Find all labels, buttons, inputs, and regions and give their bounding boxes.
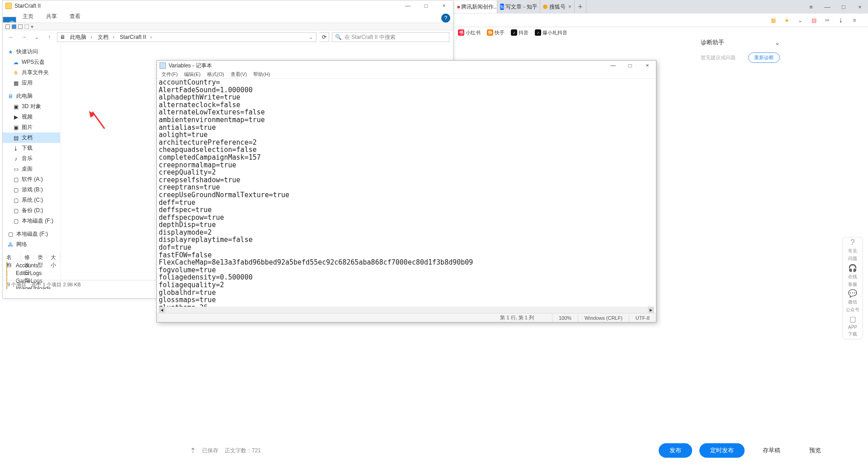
col-type[interactable]: 类型 [34,252,47,261]
support-button[interactable]: 🎧在线客服 [843,263,862,288]
apps-icon: ▦ [13,80,19,86]
nav-shared[interactable]: ⋔共享文件夹 [3,67,60,78]
browser-maximize-icon[interactable]: □ [835,0,852,14]
bookmark-xiaohongshu[interactable]: 书小红书 [458,29,481,36]
crumb-documents[interactable]: 文档 [95,33,117,41]
publish-button[interactable]: 发布 [659,443,692,458]
qa-item[interactable] [24,24,29,29]
headset-icon: 🎧 [848,264,857,272]
explorer-close-icon[interactable]: × [435,0,453,11]
col-size[interactable]: 大小 [47,252,60,261]
help-icon[interactable]: ? [441,14,450,23]
notepad-close-icon[interactable]: × [639,61,656,71]
col-date[interactable]: 修改日期 [21,252,34,261]
nav-item[interactable]: ⭳下载 [3,143,60,153]
ext-grid-icon[interactable]: ▦ [769,17,777,24]
browser-tab-zhihu[interactable]: 知写文章 - 知乎× [497,0,540,13]
nav-item[interactable]: ♪音乐 [3,153,60,164]
browser-tab-tencent[interactable]: ■腾讯新闻创作...× [454,0,497,13]
col-name[interactable]: 名称 [3,252,21,261]
refresh-icon[interactable]: ⟳ [319,32,329,42]
favorite-star-icon[interactable]: ★ [783,17,790,24]
nav-back-icon[interactable]: ← [6,32,16,42]
nav-wps[interactable]: ☁WPS云盘 [3,57,60,67]
explorer-titlebar[interactable]: StarCraft II — □ × [3,0,453,11]
scroll-right-icon[interactable]: ▸ [648,307,654,313]
crumb-drop-icon[interactable]: ⌄ [306,34,316,40]
nav-item[interactable]: ▣3D 对象 [3,101,60,112]
nav-quickaccess[interactable]: ★快速访问 [3,47,60,57]
download-icon[interactable]: ⭳ [837,17,844,24]
nav-item[interactable]: ▢系统 (C:) [3,195,60,205]
nav-item[interactable]: ▢软件 (A:) [3,174,60,185]
notepad-minimize-icon[interactable]: — [604,61,622,71]
preview-button[interactable]: 预览 [798,443,832,458]
nav-item[interactable]: ▤文档 [3,133,60,143]
chevron-down-icon[interactable]: ⌄ [775,39,780,46]
ribbon-view[interactable]: 查看 [63,10,87,23]
nav-apps[interactable]: ▦应用 [3,78,60,88]
nav-item[interactable]: ▢备份 (D:) [3,205,60,216]
chevron-down-icon[interactable]: ⌄ [797,17,804,24]
schedule-button[interactable]: 定时发布 [699,443,745,458]
nav-item[interactable]: ▶视频 [3,112,60,122]
ribbon-file[interactable]: 文件 [3,17,16,23]
menu-format[interactable]: 格式(O) [204,71,227,78]
scroll-top-icon[interactable]: ⇡ [190,446,196,455]
nav-forward-icon[interactable]: → [19,32,29,42]
explorer-maximize-icon[interactable]: □ [417,0,435,11]
bookmark-kuaishou[interactable]: 快快手 [487,29,505,36]
crumb-thispc[interactable]: 此电脑 [67,33,95,41]
file-name: Accounts [16,262,38,269]
menu-view[interactable]: 查看(V) [228,71,250,78]
hamburger-icon[interactable]: ≡ [851,17,858,24]
crumb-starcraft[interactable]: StarCraft II [117,34,155,40]
menu-edit[interactable]: 编辑(E) [181,71,203,78]
nav-item[interactable]: ▭桌面 [3,164,60,174]
bookmark-douyin2[interactable]: ♪爆小礼抖音 [535,29,567,36]
qa-item[interactable] [18,24,23,29]
nav-drive-f[interactable]: ▢本地磁盘 (F:) [3,229,60,239]
notepad-hscroll[interactable]: ◂ ▸ [159,307,654,313]
bookmark-douyin[interactable]: ♪抖音 [511,29,528,36]
nav-item[interactable]: ▢本地磁盘 (F:) [3,216,60,226]
menu-file[interactable]: 文件(F) [159,71,180,78]
nav-thispc[interactable]: 🖥此电脑 [3,91,60,101]
nav-item-icon: ▣ [13,104,19,110]
notepad-textarea[interactable]: accountCountry= AlertFadeSound=1.000000 … [159,79,654,313]
qa-drop-icon[interactable]: ▾ [31,24,33,30]
browser-minimize-icon[interactable]: — [819,0,835,14]
app-download-button[interactable]: ▢APP下载 [843,313,862,339]
browser-menu-icon[interactable]: ≡ [803,0,819,14]
nav-network[interactable]: 🖧网络 [3,239,60,250]
faq-button[interactable]: ?常见问题 [843,237,862,263]
explorer-minimize-icon[interactable]: — [399,0,417,11]
notepad-maximize-icon[interactable]: □ [622,61,639,71]
ribbon-home[interactable]: 主页 [16,10,40,23]
scissors-icon[interactable]: ✂ [824,17,831,24]
diag-empty-text: 暂无建议或问题 [701,54,736,61]
qa-item[interactable] [12,24,16,29]
breadcrumb[interactable]: 🖥 此电脑 文档 StarCraft II ⌄ [57,32,316,42]
menu-help[interactable]: 帮助(H) [250,71,273,78]
nav-item[interactable]: ▣图片 [3,122,60,133]
apps-icon[interactable]: ▤ [810,17,817,24]
file-row[interactable]: EditorLogs [3,269,60,277]
explorer-search-input[interactable]: 🔍在 StarCraft II 中搜索 [332,32,449,42]
nav-up-icon[interactable]: ↑ [44,32,54,42]
browser-tab-sohu[interactable]: 搜狐号× [540,0,575,13]
wechat-button[interactable]: 💬微信公众号 [843,288,862,313]
tab-favicon: ■ [457,4,460,9]
wordcount-label: 正文字数：721 [225,447,261,455]
notepad-titlebar[interactable]: Variables - 记事本 — □ × [157,61,656,71]
chevron-down-icon[interactable]: ⌄ [32,32,42,42]
rediagnose-button[interactable]: 重新诊断 [748,52,780,63]
qa-item[interactable] [5,24,10,29]
tab-close-icon[interactable]: × [568,4,571,10]
draft-button[interactable]: 存草稿 [752,443,791,458]
scroll-left-icon[interactable]: ◂ [159,307,165,313]
ribbon-share[interactable]: 共享 [40,10,63,23]
new-tab-button[interactable]: + [575,0,586,13]
browser-close-icon[interactable]: × [852,0,868,14]
nav-item[interactable]: ▢游戏 (B:) [3,185,60,195]
